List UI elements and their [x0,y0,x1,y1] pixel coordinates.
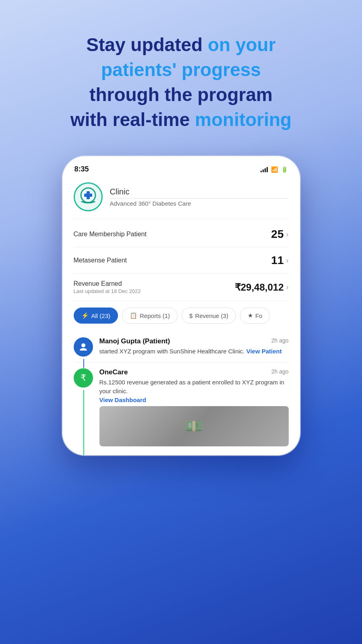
status-icons: 📶 🔋 [261,166,288,173]
care-membership-label: Care Membership Patient [74,231,147,238]
signal-icon [261,167,268,172]
stats-section: Care Membership Patient 25 › Metasense P… [74,221,289,301]
main-content: Clinic Advanced 360° Diabetes Care Care … [62,176,300,455]
metasense-row[interactable]: Metasense Patient 11 › [74,248,289,274]
tab-all-label: All (23) [91,312,111,319]
tab-revenue[interactable]: $ Revenue (3) [182,308,236,324]
hero-line2: patients' progress [101,59,261,80]
metasense-label: Metasense Patient [74,257,127,264]
activity-header-onecare: OneCare 2h ago [99,368,289,376]
svg-rect-2 [84,194,92,197]
activity-time-onecare: 2h ago [271,368,289,375]
view-patient-link[interactable]: View Patient [246,348,282,355]
currency-image: 💵 [99,406,289,446]
clinic-logo-svg [78,186,99,207]
avatar-manoj [74,337,93,357]
phone-mockup: 8:35 📶 🔋 [62,156,300,455]
hero-line4-cyan: monitoring [195,109,292,130]
activity-desc-manoj: started XYZ program with SunShine Health… [99,347,289,356]
currency-image-inner: 💵 [99,406,289,446]
revenue-value: ₹29,48,012 › [235,282,289,293]
battery-icon: 🔋 [281,166,288,173]
tab-reports-label: Reports (1) [140,312,170,319]
tab-reports[interactable]: 📋 Reports (1) [122,308,178,324]
activity-time-manoj: 2h ago [271,337,289,344]
star-icon: ★ [248,312,253,319]
status-time: 8:35 [74,165,89,173]
rupee-icon: ₹ [81,373,86,383]
activity-content-manoj: Manoj Gupta (Patient) 2h ago started XYZ… [99,337,289,357]
activity-item-manoj: Manoj Gupta (Patient) 2h ago started XYZ… [74,332,289,362]
activity-name-manoj: Manoj Gupta (Patient) [99,337,170,345]
avatar-onecare: ₹ [74,368,93,388]
activity-name-onecare: OneCare [99,368,128,376]
activity-desc-onecare: Rs.12500 revenue generated as a patient … [99,378,289,404]
clinic-subtitle: Advanced 360° Diabetes Care [110,200,289,207]
phone-frame: 8:35 📶 🔋 [62,156,300,455]
revenue-icon: $ [189,312,192,319]
activity-header-manoj: Manoj Gupta (Patient) 2h ago [99,337,289,345]
chevron-right-icon: › [286,283,289,291]
hero-line1-cyan: on your [208,34,276,55]
clinic-info: Clinic Advanced 360° Diabetes Care [110,187,289,207]
filter-tabs: ⚡ All (23) 📋 Reports (1) $ Revenue (3) ★… [74,301,289,328]
tab-all[interactable]: ⚡ All (23) [74,308,118,324]
chevron-right-icon: › [286,230,289,239]
clinic-name: Clinic [110,187,289,198]
chevron-right-icon: › [286,256,289,265]
svg-point-3 [81,343,85,347]
clinic-logo [74,182,103,211]
tab-fo[interactable]: ★ Fo [240,308,270,324]
hero-line1-dark: Stay updated [86,34,208,55]
tab-revenue-label: Revenue (3) [195,312,228,319]
tab-fo-label: Fo [255,312,263,319]
reports-icon: 📋 [130,312,137,319]
revenue-row[interactable]: Revenue Earned Last updated at 18 Dec 20… [74,274,289,301]
hero-line4-dark: with real-time [70,109,195,130]
view-dashboard-link[interactable]: View Dashboard [99,396,146,403]
metasense-value: 11 › [271,254,288,267]
phone-notch [149,156,213,169]
hero-line3: through the program [89,84,273,105]
revenue-label: Revenue Earned Last updated at 18 Dec 20… [74,280,141,294]
activity-list: Manoj Gupta (Patient) 2h ago started XYZ… [74,328,289,455]
wifi-icon: 📶 [271,166,278,173]
care-membership-value: 25 › [271,228,288,241]
care-membership-row[interactable]: Care Membership Patient 25 › [74,221,289,248]
clinic-header: Clinic Advanced 360° Diabetes Care [74,182,289,219]
hero-section: Stay updated on your patients' progress … [46,32,316,132]
activity-icon: ⚡ [81,312,89,319]
activity-content-onecare: OneCare 2h ago Rs.12500 revenue generate… [99,368,289,446]
activity-item-onecare: ₹ OneCare 2h ago Rs.12500 revenue genera… [74,363,289,452]
